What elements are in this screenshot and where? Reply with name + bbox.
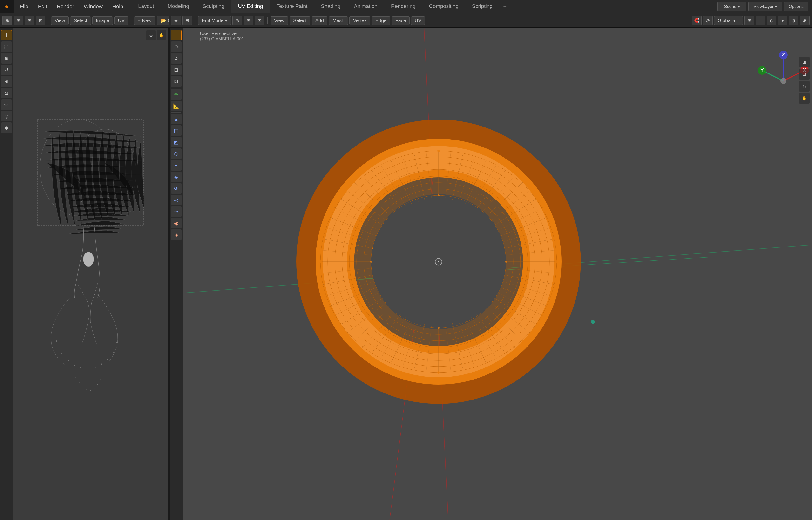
uv-tool-relax[interactable]: ◎	[1, 111, 12, 122]
svg-point-15	[107, 359, 108, 360]
tab-compositing[interactable]: Compositing	[422, 0, 465, 13]
add-workspace-tab[interactable]: +	[499, 0, 510, 13]
vp-snap-icon[interactable]: 🧲	[692, 16, 702, 25]
global-label: Global	[718, 18, 732, 23]
tab-texture-paint[interactable]: Texture Paint	[270, 0, 314, 13]
vp-tool-extrude[interactable]: ▲	[171, 114, 181, 124]
svg-point-112	[328, 216, 330, 218]
svg-point-126	[591, 320, 595, 324]
svg-point-118	[437, 371, 440, 374]
uv-tool-grab[interactable]: ◆	[1, 123, 12, 133]
uv-select-btn[interactable]: Select	[70, 17, 91, 25]
vp-add-btn[interactable]: Add	[312, 17, 328, 25]
vp-tool-transform[interactable]: ⊠	[171, 76, 181, 87]
vp-tool-shrink[interactable]: ◉	[171, 218, 181, 229]
vp-divider1	[195, 17, 195, 24]
uv-image-btn[interactable]: Image	[92, 17, 113, 25]
uv-view-btn[interactable]: View	[51, 17, 69, 25]
uv-tool-scale[interactable]: ⊞	[1, 76, 12, 87]
tab-rendering[interactable]: Rendering	[384, 0, 423, 13]
scene-selector[interactable]: Scene ▾	[717, 2, 746, 11]
tab-animation[interactable]: Animation	[347, 0, 384, 13]
uv-new-btn[interactable]: + New	[134, 17, 155, 25]
vp-mesh-btn[interactable]: Mesh	[329, 17, 348, 25]
svg-point-19	[79, 382, 80, 383]
vp-tool-cursor[interactable]: ✛	[171, 30, 181, 41]
vp-tool-scale[interactable]: ⊞	[171, 64, 181, 75]
vp-tool-move[interactable]: ⊕	[171, 42, 181, 52]
global-selector[interactable]: Global ▾	[714, 16, 743, 25]
svg-point-116	[553, 238, 555, 240]
vp-shading-icon1[interactable]: ◐	[767, 16, 776, 25]
vp-tool-push-pull[interactable]: ◈	[171, 229, 181, 240]
vp-tool-loop-cut[interactable]: ⬡	[171, 149, 181, 159]
tab-layout[interactable]: Layout	[131, 0, 161, 13]
menu-edit[interactable]: Edit	[33, 2, 51, 11]
viewport-icon2[interactable]: ⊞	[182, 16, 192, 25]
vp-tool-edge-slide[interactable]: ⊸	[171, 206, 181, 217]
vp-tool-knife[interactable]: ⌁	[171, 160, 181, 171]
vp-overlay-icon[interactable]: ⊞	[744, 16, 754, 25]
vp-tool-smooth[interactable]: ◎	[171, 195, 181, 205]
vp-icon3[interactable]: ◎	[232, 16, 242, 25]
uv-tool-select[interactable]: ⬚	[1, 42, 12, 52]
vp-shading-icon4[interactable]: ◉	[800, 16, 810, 25]
menu-file[interactable]: File	[16, 2, 32, 11]
uv-canvas[interactable]: ⊕ ✋	[13, 28, 169, 520]
uv-zoom-btn[interactable]: ⊕	[146, 30, 156, 40]
vp-vertex-btn[interactable]: Vertex	[349, 17, 370, 25]
vp-tool-annotate[interactable]: ✏	[171, 89, 181, 100]
viewport-3d-content[interactable]: User Perspective (237) CIAMBELLA.001	[183, 28, 812, 520]
vp-face-btn[interactable]: Face	[392, 17, 410, 25]
vp-tool-measure[interactable]: 📐	[171, 101, 181, 111]
viewport-mode-icon[interactable]: ◈	[171, 16, 181, 25]
vp-tool-spin[interactable]: ⟳	[171, 183, 181, 194]
tab-uv-editing[interactable]: UV Editing	[231, 0, 270, 13]
uv-editor-icon3[interactable]: ⊠	[36, 16, 45, 25]
svg-point-22	[90, 390, 91, 391]
chevron-down-icon: ▾	[225, 18, 227, 23]
vp-right-icon2[interactable]: ⊟	[799, 69, 810, 79]
vp-uv-btn[interactable]: UV	[411, 17, 425, 25]
tab-sculpting[interactable]: Sculpting	[196, 0, 231, 13]
tab-scripting[interactable]: Scripting	[465, 0, 500, 13]
vp-icon5[interactable]: ⊠	[255, 16, 264, 25]
vp-xray-icon[interactable]: ⬚	[756, 16, 765, 25]
menu-render[interactable]: Render	[52, 2, 78, 11]
menu-window[interactable]: Window	[80, 2, 107, 11]
viewport-mode-text: User Perspective	[200, 31, 244, 36]
vp-right-icon3[interactable]: ◎	[799, 81, 810, 92]
uv-editor-icon1[interactable]: ⊞	[14, 16, 23, 25]
uv-tool-annotate[interactable]: ✏	[1, 99, 12, 110]
uv-tool-transform[interactable]: ⊠	[1, 88, 12, 98]
tab-shading[interactable]: Shading	[314, 0, 347, 13]
vp-tool-poly-build[interactable]: ◈	[171, 172, 181, 182]
menu-help[interactable]: Help	[108, 2, 128, 11]
vp-right-icon4[interactable]: ✋	[799, 93, 810, 104]
vp-tool-bevel[interactable]: ◩	[171, 137, 181, 148]
uv-corner-controls: ⊕ ✋	[146, 30, 167, 40]
vp-right-icon1[interactable]: ⊞	[799, 57, 810, 68]
uv-editor-mode-btn[interactable]: ◉	[2, 16, 12, 25]
vp-shading-icon3[interactable]: ◑	[789, 16, 798, 25]
vp-select-btn[interactable]: Select	[289, 17, 310, 25]
vp-proportional-icon[interactable]: ◎	[703, 16, 713, 25]
vp-icon4[interactable]: ⊟	[244, 16, 253, 25]
vp-tool-rotate[interactable]: ↺	[171, 53, 181, 63]
top-right-controls: Scene ▾ ViewLayer ▾ Options	[717, 2, 812, 11]
uv-tool-rotate[interactable]: ↺	[1, 64, 12, 75]
uv-pan-btn[interactable]: ✋	[157, 30, 167, 40]
vp-tool-inset[interactable]: ◫	[171, 125, 181, 136]
vp-edge-btn[interactable]: Edge	[372, 17, 390, 25]
panel-divider[interactable]	[168, 28, 170, 520]
vp-shading-icon2[interactable]: ●	[778, 16, 787, 25]
vp-view-btn[interactable]: View	[271, 17, 288, 25]
edit-mode-selector[interactable]: Edit Mode ▾	[198, 16, 231, 25]
view-layer-selector[interactable]: ViewLayer ▾	[748, 2, 782, 11]
uv-editor-icon2[interactable]: ⊟	[25, 16, 34, 25]
uv-tool-move[interactable]: ⊕	[1, 53, 12, 63]
options-btn[interactable]: Options	[784, 2, 808, 11]
uv-uv-btn[interactable]: UV	[114, 17, 128, 25]
tab-modeling[interactable]: Modeling	[161, 0, 196, 13]
uv-tool-cursor[interactable]: ✛	[1, 30, 12, 41]
